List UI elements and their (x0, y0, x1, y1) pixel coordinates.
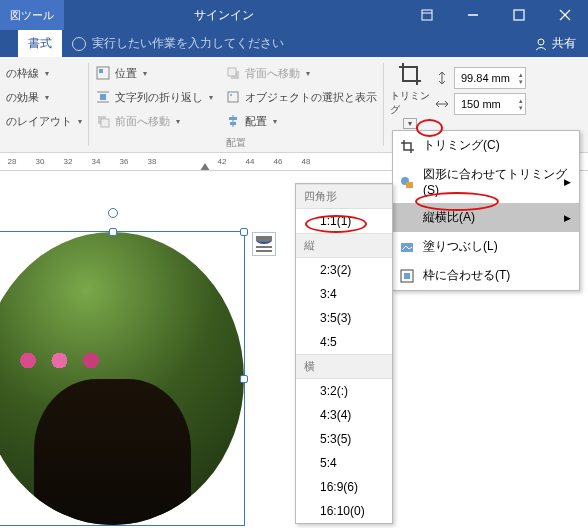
picture-styles-group: の枠線▾ の効果▾ のレイアウト▾ (0, 57, 88, 152)
aspect-ratio-submenu: 四角形 1:1(1) 縦 2:3(2) 3:4 3:5(3) 4:5 横 3:2… (295, 183, 393, 524)
layout-options-button[interactable] (252, 232, 276, 256)
position-icon (95, 65, 111, 81)
picture-border-button[interactable]: の枠線▾ (6, 61, 82, 85)
ratio-16-9[interactable]: 16:9(6) (296, 475, 392, 499)
svg-rect-3 (514, 10, 524, 20)
ratio-4-5[interactable]: 4:5 (296, 330, 392, 354)
svg-rect-24 (406, 182, 413, 188)
svg-rect-19 (229, 117, 237, 120)
ratio-header-landscape: 横 (296, 354, 392, 379)
crop-icon (399, 138, 415, 154)
tool-context-tab: 図ツール (0, 0, 64, 30)
menu-aspect-ratio[interactable]: 縦横比(A)▶ (393, 203, 579, 232)
share-label: 共有 (552, 35, 576, 52)
menu-crop[interactable]: トリミング(C) (393, 131, 579, 160)
svg-rect-9 (100, 94, 106, 100)
selection-pane-button[interactable]: オブジェクトの選択と表示 (225, 85, 377, 109)
tab-format[interactable]: 書式 (18, 30, 62, 57)
width-input[interactable]: 150 mm▴▾ (434, 93, 526, 115)
ratio-header-portrait: 縦 (296, 233, 392, 258)
resize-handle-right[interactable] (240, 375, 248, 383)
fit-icon (399, 268, 415, 284)
ratio-3-2[interactable]: 3:2(:) (296, 379, 392, 403)
svg-rect-15 (228, 68, 236, 76)
svg-point-17 (230, 94, 232, 96)
ratio-header-square: 四角形 (296, 184, 392, 209)
align-icon (225, 113, 241, 129)
maximize-icon[interactable] (496, 0, 542, 30)
picture-layout-button[interactable]: のレイアウト▾ (6, 109, 82, 133)
ribbon-options-icon[interactable] (404, 0, 450, 30)
minimize-icon[interactable] (450, 0, 496, 30)
svg-rect-20 (230, 122, 236, 125)
lightbulb-icon (72, 37, 86, 51)
crop-icon (397, 61, 423, 87)
bring-forward-button: 前面へ移動▾ (95, 109, 213, 133)
arrange-group-label: 配置 (95, 136, 377, 150)
svg-rect-8 (99, 69, 103, 73)
signin-link[interactable]: サインイン (194, 7, 254, 24)
align-button[interactable]: 配置▾ (225, 109, 377, 133)
width-value: 150 mm (461, 98, 501, 110)
arrange-group: 位置▾ 文字列の折り返し▾ 前面へ移動▾ 背面へ移動▾ オブジェクトの選択と表示… (89, 57, 383, 152)
position-button[interactable]: 位置▾ (95, 61, 213, 85)
tell-me-search[interactable]: 実行したい作業を入力してください (72, 30, 522, 57)
selected-image[interactable] (0, 231, 245, 526)
resize-handle-top[interactable] (109, 228, 117, 236)
ratio-5-4[interactable]: 5:4 (296, 451, 392, 475)
send-backward-icon (225, 65, 241, 81)
menu-fill[interactable]: 塗りつぶし(L) (393, 232, 579, 261)
ruler-marker[interactable] (200, 163, 210, 171)
ratio-3-5[interactable]: 3:5(3) (296, 306, 392, 330)
wrap-text-button[interactable]: 文字列の折り返し▾ (95, 85, 213, 109)
svg-rect-13 (101, 119, 109, 127)
fill-icon (399, 239, 415, 255)
ratio-3-4[interactable]: 3:4 (296, 282, 392, 306)
tell-me-placeholder: 実行したい作業を入力してください (92, 35, 284, 52)
crop-button[interactable]: トリミング ▾ (390, 61, 430, 129)
svg-point-6 (538, 39, 544, 45)
ratio-1-1[interactable]: 1:1(1) (296, 209, 392, 233)
menu-crop-to-shape[interactable]: 図形に合わせてトリミング(S)▶ (393, 160, 579, 203)
ratio-2-3[interactable]: 2:3(2) (296, 258, 392, 282)
width-icon (434, 96, 450, 112)
resize-handle-tr[interactable] (240, 228, 248, 236)
menu-fit[interactable]: 枠に合わせる(T) (393, 261, 579, 290)
wrap-text-icon (95, 89, 111, 105)
svg-rect-0 (422, 10, 432, 20)
close-icon[interactable] (542, 0, 588, 30)
ratio-16-10[interactable]: 16:10(0) (296, 499, 392, 523)
height-value: 99.84 mm (461, 72, 510, 84)
crop-dropdown-menu: トリミング(C) 図形に合わせてトリミング(S)▶ 縦横比(A)▶ 塗りつぶし(… (392, 130, 580, 291)
svg-rect-27 (404, 273, 410, 279)
rotate-handle[interactable] (108, 208, 118, 218)
height-input[interactable]: 99.84 mm▴▾ (434, 67, 526, 89)
ratio-4-3[interactable]: 4:3(4) (296, 403, 392, 427)
svg-rect-16 (228, 92, 238, 102)
crop-dropdown-caret[interactable]: ▾ (403, 118, 417, 129)
ratio-5-3[interactable]: 5:3(5) (296, 427, 392, 451)
shapes-icon (399, 174, 415, 190)
height-icon (434, 70, 450, 86)
selection-pane-icon (225, 89, 241, 105)
bring-forward-icon (95, 113, 111, 129)
send-backward-button: 背面へ移動▾ (225, 61, 377, 85)
share-button[interactable]: 共有 (522, 30, 588, 57)
title-bar: 図ツール サインイン (0, 0, 588, 30)
ribbon-tab-row: 書式 実行したい作業を入力してください 共有 (0, 30, 588, 57)
picture-effects-button[interactable]: の効果▾ (6, 85, 82, 109)
